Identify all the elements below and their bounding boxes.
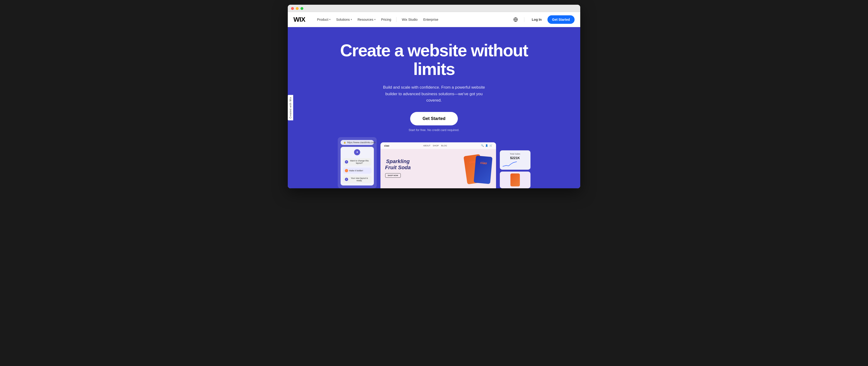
site-logo-mock: ciao	[384, 144, 390, 147]
chat-bubble-1: ✦ Want to change this layout?	[343, 158, 371, 166]
browser-chrome	[288, 5, 580, 12]
url-text: https://www.ciaodrinks.com	[347, 141, 376, 144]
chat-text-2: Make it bolder!	[349, 169, 363, 172]
chat-bubble-2: Make it bolder!	[343, 168, 371, 174]
ai-assistant-panel: ✦ ✦ Want to change this layout? Make it …	[341, 147, 374, 186]
cans-area: ✦ ciao ciao	[444, 153, 491, 184]
url-bar: 🔒 https://www.ciaodrinks.com	[341, 140, 374, 145]
chat-text-3: Your new layout is ready.	[349, 177, 370, 182]
wix-logo[interactable]: WIX	[293, 16, 305, 23]
user-avatar	[345, 169, 348, 172]
product-name-mock: SparklingFruit Soda	[385, 158, 411, 171]
nav-label-wix-studio: Wix Studio	[402, 18, 417, 22]
shop-now-button-mock: SHOP NOW	[385, 173, 401, 178]
chat-icon-3: ✦	[345, 178, 348, 181]
created-with-wix-badge: Created with Wix	[288, 95, 293, 121]
traffic-light-green[interactable]	[301, 7, 303, 10]
hero-cta-note: Start for free. No credit card required.	[408, 128, 459, 132]
site-nav-mock: ciao ABOUT SHOP BLOG 🔍 👤 🛒	[380, 142, 496, 149]
mini-chart	[503, 161, 528, 167]
can-blue-label: ciao	[475, 156, 493, 165]
hero-cta-wrapper: Get Started Start for free. No credit ca…	[293, 112, 575, 132]
nav-item-wix-studio[interactable]: Wix Studio	[399, 16, 420, 23]
stats-card: Total Sales $221K	[500, 151, 530, 170]
nav-label-product: Product	[317, 18, 328, 22]
nav-item-resources[interactable]: Resources ▾	[355, 16, 378, 23]
chevron-down-icon: ▾	[374, 18, 375, 21]
site-nav-links-mock: ABOUT SHOP BLOG	[423, 144, 447, 147]
nav-item-pricing[interactable]: Pricing	[379, 16, 394, 23]
site-nav-shop: SHOP	[433, 144, 439, 147]
site-nav-icons: 🔍 👤 🛒	[481, 144, 492, 147]
can-blue: ciao	[474, 156, 493, 184]
stats-value: $221K	[503, 156, 528, 160]
get-started-nav-button[interactable]: Get Started	[548, 15, 575, 24]
nav-item-solutions[interactable]: Solutions ▾	[334, 16, 354, 23]
nav-separator-2	[524, 17, 524, 22]
traffic-light-red[interactable]	[291, 7, 294, 10]
ai-avatar: ✦	[354, 149, 360, 155]
traffic-light-yellow[interactable]	[296, 7, 299, 10]
chevron-down-icon: ▾	[329, 18, 331, 21]
cart-icon-mock: 🛒	[489, 144, 492, 147]
nav-item-product[interactable]: Product ▾	[315, 16, 333, 23]
stats-panel: Total Sales $221K	[500, 151, 530, 188]
hero-mockups: 🔒 https://www.ciaodrinks.com ✦ ✦ Want to…	[293, 141, 575, 188]
product-thumbnail	[500, 172, 530, 188]
hero-get-started-button[interactable]: Get Started	[410, 112, 458, 125]
chevron-down-icon: ▾	[351, 18, 352, 21]
chat-icon-1: ✦	[345, 160, 348, 164]
hero-section: Created with Wix Create a website withou…	[288, 27, 580, 188]
nav-label-pricing: Pricing	[381, 18, 391, 22]
can-thumbnail	[510, 173, 520, 187]
nav-separator	[396, 17, 397, 22]
chat-text-1: Want to change this layout?	[349, 160, 370, 164]
site-content: SparklingFruit Soda SHOP NOW ✦ ciao ciao	[380, 149, 496, 187]
lock-icon: 🔒	[343, 141, 346, 143]
site-nav-blog: BLOG	[441, 144, 447, 147]
hero-subtitle: Build and scale with confidence. From a …	[377, 84, 491, 103]
nav-label-enterprise: Enterprise	[423, 18, 438, 22]
browser-window: WIX Product ▾ Solutions ▾ Resources ▾ Pr…	[288, 5, 580, 188]
nav-links: Product ▾ Solutions ▾ Resources ▾ Pricin…	[315, 16, 504, 23]
chat-bubble-3: ✦ Your new layout is ready.	[343, 175, 371, 183]
nav-label-resources: Resources	[358, 18, 373, 22]
navbar: WIX Product ▾ Solutions ▾ Resources ▾ Pr…	[288, 12, 580, 27]
person-icon-mock: 👤	[485, 144, 488, 147]
nav-item-enterprise[interactable]: Enterprise	[421, 16, 441, 23]
search-icon-mock: 🔍	[481, 144, 484, 147]
nav-label-solutions: Solutions	[336, 18, 350, 22]
login-button[interactable]: Log In	[529, 16, 545, 23]
nav-right: Log In Get Started	[512, 15, 575, 24]
site-nav-about: ABOUT	[423, 144, 431, 147]
website-mockup: ciao ABOUT SHOP BLOG 🔍 👤 🛒 SparklingFrui	[380, 142, 496, 188]
site-text: SparklingFruit Soda SHOP NOW	[385, 158, 411, 178]
globe-icon[interactable]	[512, 16, 519, 23]
ai-chat-panel: 🔒 https://www.ciaodrinks.com ✦ ✦ Want to…	[338, 137, 377, 188]
stats-label: Total Sales	[503, 153, 528, 155]
hero-title: Create a website without limits	[328, 41, 540, 78]
